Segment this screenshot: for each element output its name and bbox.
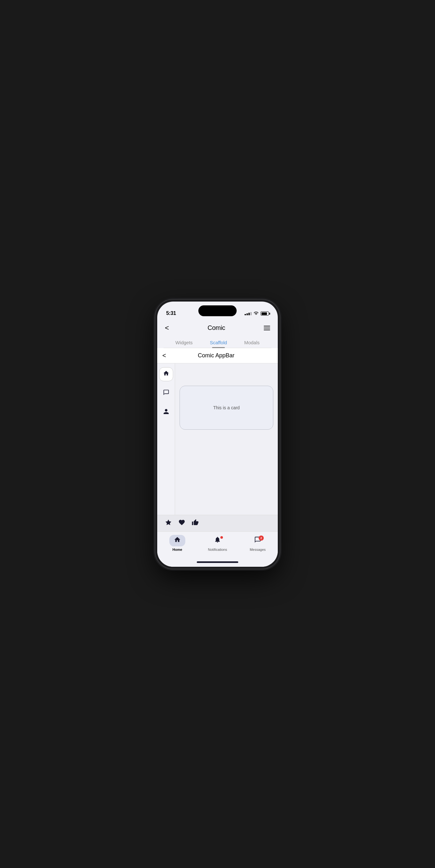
tab-scaffold[interactable]: Scaffold — [203, 337, 233, 348]
back-button[interactable]: < — [164, 322, 170, 334]
dynamic-island — [198, 305, 237, 316]
nav-item-notifications[interactable]: Notifications — [197, 535, 238, 552]
app-header: < Comic Widgets Scaffold Modals — [157, 319, 278, 348]
nav-item-messages[interactable]: 2 Messages — [238, 535, 278, 552]
heart-action-icon[interactable] — [178, 519, 185, 528]
tab-modals[interactable]: Modals — [238, 337, 266, 348]
status-icons — [244, 311, 269, 316]
card: This is a card — [179, 386, 273, 430]
signal-icon — [244, 312, 252, 315]
home-indicator — [157, 558, 278, 567]
person-icon — [163, 408, 169, 416]
nav-home-icon-wrap — [169, 535, 185, 546]
tabs-container: Widgets Scaffold Modals — [164, 337, 271, 348]
battery-icon — [261, 311, 269, 316]
header-title: Comic — [208, 324, 225, 332]
nav-notifications-label: Notifications — [208, 548, 227, 552]
chat-icon — [163, 389, 169, 397]
status-time: 5:31 — [166, 310, 176, 316]
rail-item-profile[interactable] — [159, 405, 173, 420]
star-action-icon[interactable] — [165, 519, 172, 528]
main-content: This is a card — [157, 363, 278, 515]
nav-item-home[interactable]: Home — [157, 535, 197, 552]
content-panel: This is a card — [175, 363, 278, 515]
phone-device: 5:31 — [155, 300, 280, 569]
rail-nav — [157, 363, 175, 515]
nav-messages-icon-wrap: 2 — [250, 535, 266, 546]
bottom-actions-bar — [157, 515, 278, 531]
tab-widgets[interactable]: Widgets — [169, 337, 199, 348]
nav-messages-label: Messages — [250, 548, 266, 552]
inner-appbar: < Comic AppBar — [157, 348, 278, 363]
phone-screen: 5:31 — [157, 302, 278, 567]
inner-appbar-title: Comic AppBar — [170, 352, 262, 359]
inner-back-button[interactable]: < — [162, 352, 166, 359]
rail-item-home[interactable] — [159, 367, 173, 381]
thumbsup-action-icon[interactable] — [192, 519, 199, 528]
nav-home-icon — [174, 536, 181, 545]
bottom-nav: Home Notifications — [157, 531, 278, 558]
menu-button[interactable] — [262, 324, 271, 332]
rail-item-chat[interactable] — [159, 386, 173, 400]
nav-home-label: Home — [173, 548, 182, 552]
nav-bell-icon — [214, 536, 221, 545]
wifi-icon — [254, 311, 259, 316]
header-row: < Comic — [164, 320, 271, 337]
messages-badge: 2 — [259, 535, 264, 540]
card-text: This is a card — [213, 405, 239, 410]
battery-fill — [262, 312, 267, 315]
notification-badge-dot — [221, 536, 223, 539]
home-bar — [197, 561, 238, 563]
home-icon — [163, 370, 169, 378]
nav-notifications-icon-wrap — [209, 535, 226, 546]
